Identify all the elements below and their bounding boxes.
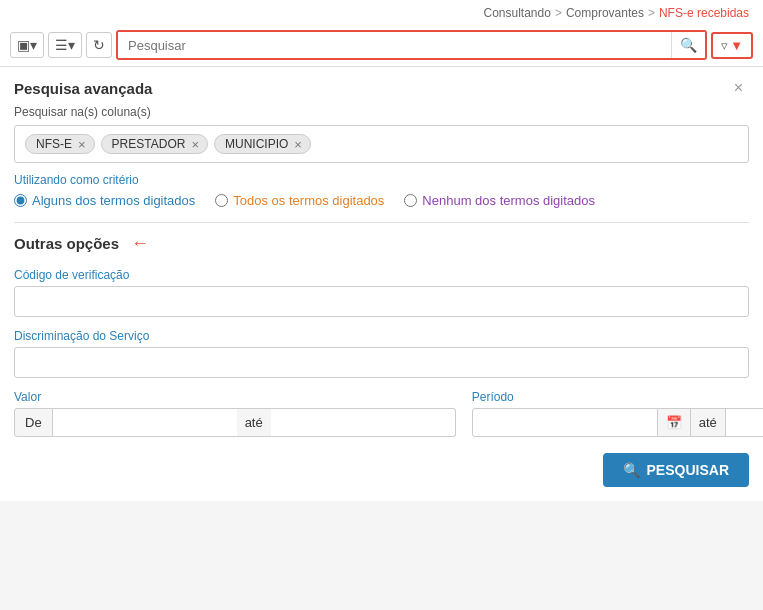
menu-toggle-btn[interactable]: ☰▾ <box>48 32 82 58</box>
refresh-btn[interactable]: ↻ <box>86 32 112 58</box>
codigo-input[interactable] <box>14 286 749 317</box>
valor-section: Valor De até <box>14 390 456 437</box>
toolbar: ▣▾ ☰▾ ↻ 🔍 ▿ ▼ <box>0 24 763 67</box>
breadcrumb: Consultando > Comprovantes > NFS-e receb… <box>0 0 763 24</box>
valor-periodo-row: Valor De até Período 📅 até 📅 <box>14 390 749 437</box>
layout-toggle-btn[interactable]: ▣▾ <box>10 32 44 58</box>
codigo-label: Código de verificação <box>14 268 749 282</box>
periodo-ate-input[interactable] <box>726 408 763 437</box>
discriminacao-group: Discriminação do Serviço <box>14 329 749 378</box>
valor-ate-input[interactable] <box>271 408 456 437</box>
periodo-de-input[interactable] <box>472 408 658 437</box>
filter-btn[interactable]: ▿ ▼ <box>711 32 753 59</box>
valor-ate-sep: até <box>237 408 271 437</box>
search-input[interactable] <box>118 32 671 58</box>
layout-icon: ▣▾ <box>17 37 37 53</box>
breadcrumb-sep1: > <box>555 6 562 20</box>
breadcrumb-part1: Consultando <box>483 6 550 20</box>
valor-label: Valor <box>14 390 456 404</box>
tag-municipio-label: MUNICIPIO <box>225 137 288 151</box>
pesquisar-label: PESQUISAR <box>647 462 729 478</box>
criteria-algum-label: Alguns dos termos digitados <box>32 193 195 208</box>
refresh-icon: ↻ <box>93 37 105 53</box>
periodo-range: 📅 até 📅 <box>472 408 763 437</box>
periodo-ate-sep: até <box>691 408 726 437</box>
tag-prestador-close[interactable]: × <box>191 138 199 151</box>
tag-nfse: NFS-E × <box>25 134 95 154</box>
search-icon: 🔍 <box>680 37 697 53</box>
pesquisar-btn[interactable]: 🔍 PESQUISAR <box>603 453 749 487</box>
codigo-group: Código de verificação <box>14 268 749 317</box>
criteria-options: Alguns dos termos digitados Todos os ter… <box>14 193 749 208</box>
breadcrumb-part2: Comprovantes <box>566 6 644 20</box>
filter-triangle: ▼ <box>730 38 743 53</box>
criteria-nenhum[interactable]: Nenhum dos termos digitados <box>404 193 595 208</box>
column-search-label: Pesquisar na(s) coluna(s) <box>14 105 749 119</box>
breadcrumb-active: NFS-e recebidas <box>659 6 749 20</box>
criteria-todos-radio[interactable] <box>215 194 228 207</box>
periodo-de-calendar-btn[interactable]: 📅 <box>658 408 691 437</box>
tag-nfse-close[interactable]: × <box>78 138 86 151</box>
valor-range-row: De até <box>14 408 456 437</box>
tag-prestador: PRESTADOR × <box>101 134 208 154</box>
footer-row: 🔍 PESQUISAR <box>14 453 749 487</box>
advanced-search-header: Pesquisa avançada × <box>14 67 749 105</box>
close-button[interactable]: × <box>728 77 749 99</box>
search-wrapper: 🔍 <box>116 30 707 60</box>
criteria-nenhum-radio[interactable] <box>404 194 417 207</box>
criteria-todos[interactable]: Todos os termos digitados <box>215 193 384 208</box>
criteria-algum-radio[interactable] <box>14 194 27 207</box>
menu-icon: ☰▾ <box>55 37 75 53</box>
main-content: Pesquisa avançada × Pesquisar na(s) colu… <box>0 67 763 501</box>
valor-de-btn: De <box>14 408 53 437</box>
criteria-nenhum-label: Nenhum dos termos digitados <box>422 193 595 208</box>
arrow-icon: ← <box>131 233 149 254</box>
tags-box: NFS-E × PRESTADOR × MUNICIPIO × <box>14 125 749 163</box>
advanced-search-title: Pesquisa avançada <box>14 80 152 97</box>
outras-title: Outras opções <box>14 235 119 252</box>
breadcrumb-sep2: > <box>648 6 655 20</box>
calendar-icon-1: 📅 <box>666 415 682 430</box>
criteria-algum[interactable]: Alguns dos termos digitados <box>14 193 195 208</box>
filter-icon: ▿ <box>721 38 728 53</box>
valor-de-input[interactable] <box>53 408 237 437</box>
outras-header: Outras opções ← <box>14 233 749 254</box>
discriminacao-input[interactable] <box>14 347 749 378</box>
divider <box>14 222 749 223</box>
periodo-section: Período 📅 até 📅 <box>472 390 763 437</box>
criteria-todos-label: Todos os termos digitados <box>233 193 384 208</box>
tag-prestador-label: PRESTADOR <box>112 137 186 151</box>
tag-municipio: MUNICIPIO × <box>214 134 311 154</box>
tag-nfse-label: NFS-E <box>36 137 72 151</box>
search-icon-btn: 🔍 <box>623 462 640 478</box>
criteria-label: Utilizando como critério <box>14 173 749 187</box>
tag-municipio-close[interactable]: × <box>294 138 302 151</box>
discriminacao-label: Discriminação do Serviço <box>14 329 749 343</box>
search-submit-btn[interactable]: 🔍 <box>671 32 705 58</box>
periodo-label: Período <box>472 390 763 404</box>
